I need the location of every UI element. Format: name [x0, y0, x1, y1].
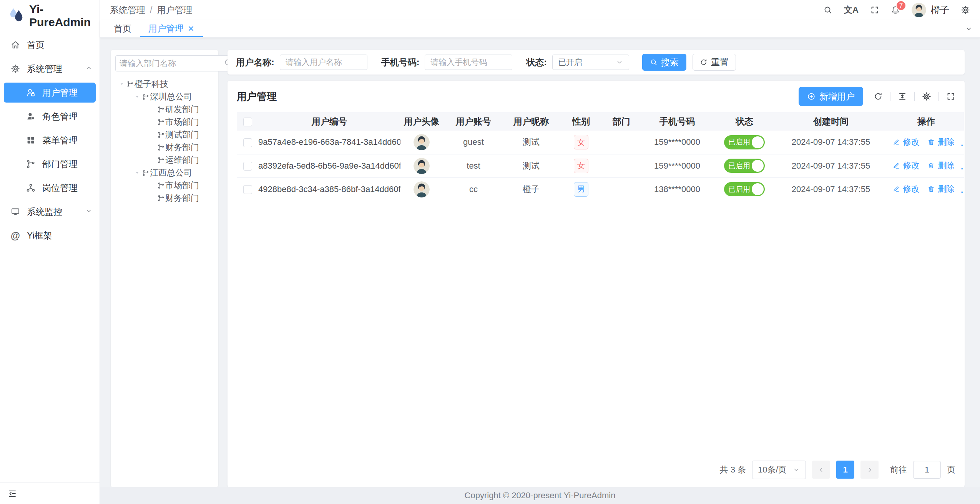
more-actions-button[interactable]: ... — [961, 162, 964, 171]
sidebar-item-user-management[interactable]: 用户管理 — [4, 83, 96, 103]
settings-gear-icon[interactable] — [961, 5, 970, 15]
sidebar-item-yi-framework[interactable]: @Yi框架 — [0, 224, 100, 247]
collapse-sidebar-icon[interactable] — [8, 489, 17, 498]
tree-node[interactable]: 测试部门 — [115, 128, 214, 141]
row-checkbox[interactable] — [243, 185, 252, 194]
row-checkbox[interactable] — [243, 162, 252, 171]
delete-link[interactable]: 删除 — [927, 183, 955, 195]
edit-link[interactable]: 修改 — [892, 183, 920, 195]
pagination: 共 3 条 10条/页 1 前往 页 — [237, 452, 955, 487]
department-tree: 橙子科技深圳总公司研发部门市场部门测试部门财务部门运维部门江西总公司市场部门财务… — [115, 78, 214, 204]
main-column: 系统管理 / 用户管理 文A 7 橙子 首页用户管理✕ — [100, 0, 980, 504]
sidebar-item-menu-management[interactable]: 菜单管理 — [0, 128, 100, 152]
tree-expand-arrow[interactable] — [132, 94, 142, 99]
sidebar-item-home[interactable]: 首页 — [0, 33, 100, 57]
user-lock-icon — [25, 88, 36, 97]
breadcrumb-item[interactable]: 系统管理 — [110, 4, 145, 16]
tab-user-management[interactable]: 用户管理✕ — [140, 20, 203, 37]
edit-link[interactable]: 修改 — [892, 160, 920, 171]
prev-page-button[interactable] — [812, 461, 830, 479]
pagination-total: 共 3 条 — [720, 464, 746, 476]
tree-expand-arrow[interactable] — [117, 81, 127, 87]
reset-button[interactable]: 重置 — [693, 54, 736, 71]
delete-link[interactable]: 删除 — [927, 136, 955, 148]
status-toggle[interactable]: 已启用 — [724, 159, 765, 173]
translate-icon[interactable]: 文A — [844, 4, 859, 16]
tabs-dropdown-icon[interactable] — [958, 20, 980, 37]
department-search-input[interactable] — [120, 59, 224, 68]
tree-node[interactable]: 深圳总公司 — [115, 90, 214, 103]
user-account-cell: test — [443, 154, 504, 177]
pen-icon — [892, 162, 900, 169]
header-actions: 文A 7 橙子 — [823, 3, 970, 17]
delete-link[interactable]: 删除 — [927, 160, 955, 171]
table-fullscreen-icon[interactable] — [946, 92, 955, 101]
top-header: 系统管理 / 用户管理 文A 7 橙子 — [100, 0, 980, 20]
tree-node[interactable]: 研发部门 — [115, 103, 214, 116]
sidebar-item-position-management[interactable]: 岗位管理 — [0, 176, 100, 200]
goto-label: 前往 — [890, 464, 907, 476]
tree-node[interactable]: 橙子科技 — [115, 78, 214, 90]
chevron-down-icon — [85, 207, 93, 217]
refresh-table-icon[interactable] — [874, 92, 883, 101]
gender-tag: 女 — [574, 135, 588, 149]
department-tree-panel: 橙子科技深圳总公司研发部门市场部门测试部门财务部门运维部门江西总公司市场部门财务… — [111, 50, 218, 487]
tree-node-label: 市场部门 — [165, 116, 199, 128]
more-actions-button[interactable]: ... — [961, 138, 964, 148]
breadcrumb-separator: / — [150, 5, 152, 15]
current-page-button[interactable]: 1 — [836, 461, 854, 479]
notification-bell-icon[interactable]: 7 — [891, 5, 900, 15]
column-settings-icon[interactable] — [922, 92, 931, 101]
created-time-cell: 2024-09-07 14:37:55 — [773, 154, 889, 177]
trash-icon — [927, 185, 935, 193]
pen-icon — [892, 138, 900, 146]
row-select-cell — [237, 177, 258, 201]
sidebar-item-system-management[interactable]: 系统管理 — [0, 57, 100, 81]
phone-filter-input[interactable] — [425, 55, 512, 70]
fullscreen-icon[interactable] — [870, 5, 879, 15]
search-button[interactable]: 搜索 — [642, 54, 686, 71]
page-size-select[interactable]: 10条/页 — [752, 461, 806, 479]
sidebar-item-label: 首页 — [27, 39, 93, 51]
breadcrumb-item: 用户管理 — [157, 4, 192, 16]
tree-node[interactable]: 财务部门 — [115, 192, 214, 204]
column-header: 创建时间 — [773, 112, 889, 131]
status-toggle-label: 已启用 — [728, 161, 750, 171]
tree-expand-arrow[interactable] — [132, 170, 142, 176]
tree-node[interactable]: 财务部门 — [115, 141, 214, 154]
status-toggle[interactable]: 已启用 — [724, 182, 765, 196]
user-avatar — [414, 158, 430, 174]
search-icon[interactable] — [823, 5, 832, 15]
created-time-cell: 2024-09-07 14:37:55 — [773, 131, 889, 154]
status-filter-select[interactable]: 已开启 — [552, 55, 629, 70]
toggle-knob — [752, 183, 764, 195]
dept-tree-icon — [158, 119, 164, 126]
goto-page-input[interactable] — [913, 461, 941, 479]
sidebar-menu: 首页系统管理用户管理角色管理菜单管理部门管理岗位管理系统监控@Yi框架 — [0, 32, 100, 482]
row-checkbox[interactable] — [243, 138, 252, 147]
select-all-checkbox[interactable] — [243, 118, 252, 126]
user-menu[interactable]: 橙子 — [912, 3, 949, 17]
tab-home[interactable]: 首页 — [105, 20, 140, 37]
logo-row[interactable]: Yi-PureAdmin — [0, 0, 100, 32]
row-density-icon[interactable] — [898, 92, 907, 101]
tree-node[interactable]: 运维部门 — [115, 154, 214, 166]
more-actions-button[interactable]: ... — [961, 185, 964, 195]
sidebar-item-system-monitor[interactable]: 系统监控 — [0, 200, 100, 224]
column-header: 用户头像 — [400, 112, 443, 131]
next-page-button[interactable] — [860, 461, 879, 479]
status-toggle[interactable]: 已启用 — [724, 135, 765, 149]
gender-tag: 男 — [574, 182, 588, 197]
actions-cell: 修改删除... — [889, 177, 964, 201]
dept-tree-icon — [25, 159, 36, 169]
edit-link[interactable]: 修改 — [892, 136, 920, 148]
status-cell: 已启用 — [716, 154, 773, 177]
tree-node[interactable]: 市场部门 — [115, 179, 214, 192]
close-icon[interactable]: ✕ — [188, 24, 194, 33]
add-user-button[interactable]: 新增用户 — [799, 87, 863, 106]
tree-node[interactable]: 市场部门 — [115, 116, 214, 128]
username-filter-input[interactable] — [280, 55, 367, 70]
tree-node[interactable]: 江西总公司 — [115, 166, 214, 179]
sidebar-item-role-management[interactable]: 角色管理 — [0, 104, 100, 128]
sidebar-item-dept-management[interactable]: 部门管理 — [0, 152, 100, 176]
